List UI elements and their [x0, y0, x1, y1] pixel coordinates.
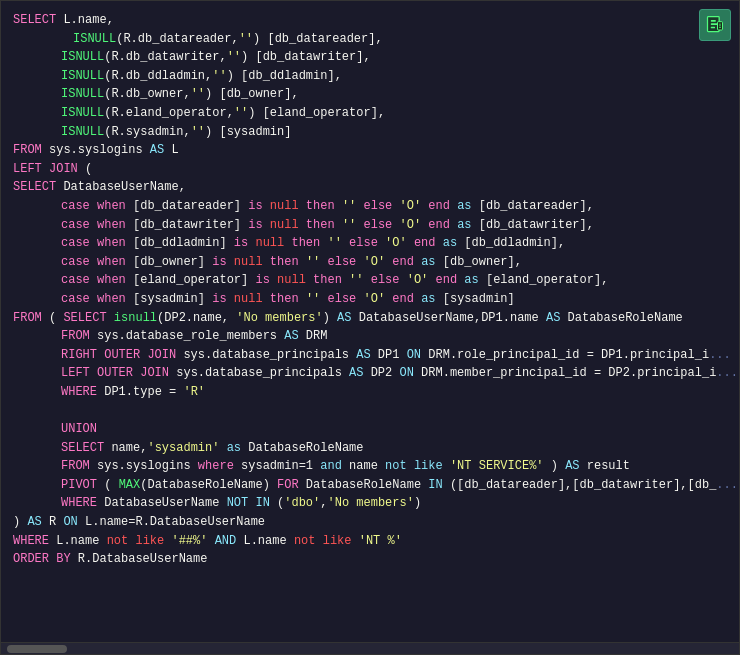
code-line-17: FROM ( SELECT isnull(DP2.name, 'No membe…	[13, 309, 731, 328]
code-line-27: WHERE DatabaseUserName NOT IN ('dbo','No…	[13, 494, 731, 513]
code-line-20: LEFT OUTER JOIN sys.database_principals …	[13, 364, 731, 383]
code-line-15: case when [eland_operator] is null then …	[13, 271, 731, 290]
code-line-22	[13, 401, 731, 420]
code-line-26: PIVOT ( MAX(DatabaseRoleName) FOR Databa…	[13, 476, 731, 495]
code-line-14: case when [db_owner] is null then '' els…	[13, 253, 731, 272]
code-line-2: ISNULL(R.db_datareader,'') [db_datareade…	[13, 30, 731, 49]
svg-rect-1	[711, 20, 716, 22]
code-line-28: ) AS R ON L.name=R.DatabaseUserName	[13, 513, 731, 532]
code-line-6: ISNULL(R.eland_operator,'') [eland_opera…	[13, 104, 731, 123]
code-line-1: SELECT L.name,	[13, 11, 731, 30]
code-line-24: SELECT name,'sysadmin' as DatabaseRoleNa…	[13, 439, 731, 458]
code-line-10: SELECT DatabaseUserName,	[13, 178, 731, 197]
code-line-30: ORDER BY R.DatabaseUserName	[13, 550, 731, 569]
document-icon[interactable]	[699, 9, 731, 41]
code-line-12: case when [db_datawriter] is null then '…	[13, 216, 731, 235]
code-line-11: case when [db_datareader] is null then '…	[13, 197, 731, 216]
code-line-16: case when [sysadmin] is null then '' els…	[13, 290, 731, 309]
code-line-25: FROM sys.syslogins where sysadmin=1 and …	[13, 457, 731, 476]
code-line-5: ISNULL(R.db_owner,'') [db_owner],	[13, 85, 731, 104]
editor-container: SELECT L.name, ISNULL(R.db_datareader,''…	[0, 0, 740, 655]
horizontal-scrollbar[interactable]	[1, 642, 739, 654]
code-line-19: RIGHT OUTER JOIN sys.database_principals…	[13, 346, 731, 365]
code-area: SELECT L.name, ISNULL(R.db_datareader,''…	[1, 1, 739, 642]
code-line-3: ISNULL(R.db_datawriter,'') [db_datawrite…	[13, 48, 731, 67]
code-line-13: case when [db_ddladmin] is null then '' …	[13, 234, 731, 253]
scrollbar-thumb[interactable]	[7, 645, 67, 653]
code-line-23: UNION	[13, 420, 731, 439]
svg-rect-2	[711, 23, 718, 25]
code-line-18: FROM sys.database_role_members AS DRM	[13, 327, 731, 346]
code-line-21: WHERE DP1.type = 'R'	[13, 383, 731, 402]
svg-rect-3	[711, 27, 715, 29]
code-line-9: LEFT JOIN (	[13, 160, 731, 179]
code-line-29: WHERE L.name not like '##%' AND L.name n…	[13, 532, 731, 551]
code-line-7: ISNULL(R.sysadmin,'') [sysadmin]	[13, 123, 731, 142]
code-line-4: ISNULL(R.db_ddladmin,'') [db_ddladmin],	[13, 67, 731, 86]
code-line-8: FROM sys.syslogins AS L	[13, 141, 731, 160]
